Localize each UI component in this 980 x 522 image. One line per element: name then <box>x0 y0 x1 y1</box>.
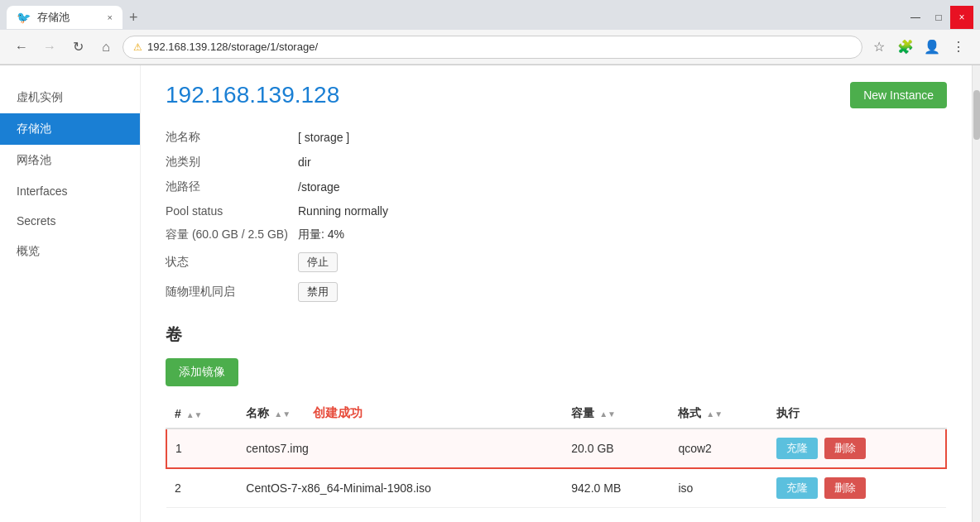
sort-icon-name: ▲▼ <box>274 409 291 419</box>
table-header-row: # ▲▼ 名称 ▲▼ 创建成功 容量 ▲▼ 格式 <box>166 399 946 429</box>
cell-format: iso <box>670 468 768 508</box>
cell-capacity: 20.0 GB <box>563 429 670 468</box>
scrollbar-thumb[interactable] <box>973 90 980 140</box>
delete-button-1[interactable]: 删除 <box>824 438 866 459</box>
info-label-pool-path: 池路径 <box>166 180 298 194</box>
info-row-pool-path: 池路径 /storage <box>166 175 947 199</box>
cell-format: qcow2 <box>670 429 768 468</box>
info-value-pool-name: [ storage ] <box>298 131 349 144</box>
sidebar-item-secrets[interactable]: Secrets <box>0 206 140 236</box>
main-content: 192.168.139.128 New Instance 池名称 [ stora… <box>141 65 972 522</box>
address-bar[interactable]: ⚠ 192.168.139.128/storage/1/storage/ <box>122 36 862 59</box>
info-value-pool-path: /storage <box>298 180 340 194</box>
info-label-pool-name: 池名称 <box>166 130 298 145</box>
volumes-section-title: 卷 <box>166 323 947 346</box>
col-capacity: 容量 ▲▼ <box>563 399 670 429</box>
forward-button[interactable]: → <box>38 36 61 59</box>
page-title: 192.168.139.128 <box>166 82 339 108</box>
reload-button[interactable]: ↻ <box>66 36 89 59</box>
bookmark-button[interactable]: ☆ <box>867 36 891 59</box>
sidebar: 虚机实例 存储池 网络池 Interfaces Secrets 概览 <box>0 65 141 522</box>
new-instance-button[interactable]: New Instance <box>850 82 947 108</box>
tab-close-btn[interactable]: × <box>108 12 113 22</box>
cell-num: 2 <box>166 468 238 508</box>
extension-button[interactable]: 🧩 <box>894 36 917 59</box>
back-button[interactable]: ← <box>10 36 33 59</box>
volumes-table: # ▲▼ 名称 ▲▼ 创建成功 容量 ▲▼ 格式 <box>166 399 947 508</box>
info-row-pool-type: 池类别 dir <box>166 150 947 175</box>
col-num: # ▲▼ <box>166 399 238 429</box>
scrollbar[interactable] <box>972 65 980 522</box>
sidebar-item-overview[interactable]: 概览 <box>0 236 140 267</box>
security-icon: ⚠ <box>133 41 142 53</box>
sidebar-item-interfaces[interactable]: Interfaces <box>0 176 140 206</box>
sort-icon-capacity: ▲▼ <box>599 409 616 419</box>
success-message: 创建成功 <box>313 405 363 419</box>
info-row-state: 状态 停止 <box>166 247 947 277</box>
info-label-pool-status: Pool status <box>166 204 298 218</box>
info-label-autostart: 随物理机同启 <box>166 285 298 299</box>
info-label-state: 状态 <box>166 255 298 270</box>
charge-button-2[interactable]: 充隆 <box>776 477 818 499</box>
cell-name: centos7.img <box>238 429 563 468</box>
cell-name: CentOS-7-x86_64-Minimal-1908.iso <box>238 468 563 508</box>
info-row-pool-name: 池名称 [ storage ] <box>166 125 947 150</box>
close-button[interactable]: × <box>950 6 973 29</box>
info-row-capacity: 容量 (60.0 GB / 2.5 GB) 用量: 4% <box>166 223 947 247</box>
minimize-button[interactable]: — <box>904 6 927 29</box>
info-label-capacity: 容量 (60.0 GB / 2.5 GB) <box>166 227 298 242</box>
cell-capacity: 942.0 MB <box>563 468 670 508</box>
cell-actions: 充隆 删除 <box>768 429 946 468</box>
sidebar-item-vm-instances[interactable]: 虚机实例 <box>0 82 140 113</box>
menu-button[interactable]: ⋮ <box>947 36 970 59</box>
sidebar-item-storage-pool[interactable]: 存储池 <box>0 113 140 145</box>
info-value-pool-type: dir <box>298 156 311 169</box>
col-action: 执行 <box>768 399 946 429</box>
window-controls: — □ × <box>904 6 973 29</box>
new-tab-button[interactable]: + <box>122 9 145 26</box>
tab-icon: 🐦 <box>17 11 31 24</box>
profile-button[interactable]: 👤 <box>920 36 944 59</box>
state-button[interactable]: 停止 <box>298 252 338 272</box>
info-value-pool-status: Running normally <box>298 204 388 218</box>
info-label-pool-type: 池类别 <box>166 155 298 170</box>
table-row: 1 centos7.img 20.0 GB qcow2 充隆 删除 <box>166 429 946 468</box>
tab-title: 存储池 <box>37 10 70 25</box>
home-button[interactable]: ⌂ <box>94 36 118 59</box>
sort-icon-format: ▲▼ <box>706 409 723 419</box>
add-image-button[interactable]: 添加镜像 <box>166 358 238 386</box>
charge-button-1[interactable]: 充隆 <box>776 438 818 459</box>
page-header: 192.168.139.128 New Instance <box>166 82 947 108</box>
sidebar-item-network-pool[interactable]: 网络池 <box>0 145 140 176</box>
cell-num: 1 <box>166 429 238 468</box>
info-table: 池名称 [ storage ] 池类别 dir 池路径 /storage Poo… <box>166 125 947 307</box>
autostart-button[interactable]: 禁用 <box>298 282 338 302</box>
sort-icon-num: ▲▼ <box>186 410 203 419</box>
col-format: 格式 ▲▼ <box>670 399 768 429</box>
address-text: 192.168.139.128/storage/1/storage/ <box>147 41 318 53</box>
info-row-autostart: 随物理机同启 禁用 <box>166 277 947 307</box>
browser-tab[interactable]: 🐦 存储池 × <box>7 6 122 29</box>
table-row: 2 CentOS-7-x86_64-Minimal-1908.iso 942.0… <box>166 468 946 508</box>
delete-button-2[interactable]: 删除 <box>824 477 866 499</box>
info-row-pool-status: Pool status Running normally <box>166 199 947 223</box>
cell-actions: 充隆 删除 <box>768 468 946 508</box>
col-name: 名称 ▲▼ 创建成功 <box>238 399 563 429</box>
maximize-button[interactable]: □ <box>927 6 950 29</box>
info-value-capacity: 用量: 4% <box>298 227 344 242</box>
